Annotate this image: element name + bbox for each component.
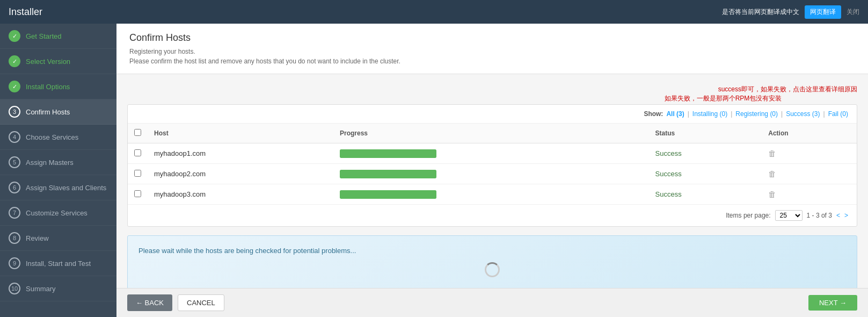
filter-label: Show:	[644, 110, 663, 118]
row3-checkbox-cell	[128, 184, 148, 205]
row3-progress	[333, 184, 649, 205]
filter-fail[interactable]: Fail (0)	[828, 110, 848, 118]
col-host: Host	[148, 124, 333, 143]
row2-progress	[333, 164, 649, 184]
sidebar-label-8: Customize Services	[26, 209, 87, 217]
progress-bar-fill-3	[340, 190, 436, 199]
sidebar-item-assign-slaves[interactable]: 6 Assign Slaves and Clients	[0, 175, 116, 200]
filter-installing[interactable]: Installing (0)	[692, 110, 727, 118]
cn-annotation-top: success即可，如果失败，点击这里查看详细原因	[718, 85, 857, 94]
row3-checkbox[interactable]	[134, 190, 141, 197]
sidebar-item-summary[interactable]: 10 Summary	[0, 276, 116, 301]
row1-progress	[333, 143, 649, 164]
filter-all[interactable]: All (3)	[666, 110, 684, 118]
translate-bar: 是否将当前网页翻译成中文 网页翻译 关闭	[722, 5, 859, 19]
sidebar-label-9: Review	[26, 234, 49, 242]
pagination-row: Items per page: 25 50 100 1 - 3 of 3 < >	[128, 205, 857, 226]
select-all-checkbox[interactable]	[134, 129, 141, 136]
checking-message: Please wait while the hosts are being ch…	[138, 247, 846, 255]
cancel-button[interactable]: CANCEL	[178, 294, 224, 311]
page-body: success即可，如果失败，点击这里查看详细原因 如果失败，一般是那两个RPM…	[116, 74, 868, 288]
row2-status: Success	[649, 164, 762, 184]
sidebar-item-choose-services[interactable]: 4 Choose Services	[0, 125, 116, 150]
row2-action: 🗑	[762, 164, 857, 184]
sidebar-item-install-start[interactable]: 9 Install, Start and Test	[0, 251, 116, 276]
row1-action: 🗑	[762, 143, 857, 164]
host-table-card: Show: All (3) | Installing (0) | Registe…	[127, 104, 857, 227]
page-range: 1 - 3 of 3	[807, 212, 832, 219]
delete-icon-1[interactable]: 🗑	[768, 149, 776, 158]
back-button[interactable]: ← BACK	[127, 294, 172, 311]
next-button[interactable]: NEXT →	[808, 295, 857, 311]
row1-checkbox-cell	[128, 143, 148, 164]
row2-checkbox[interactable]	[134, 170, 141, 177]
sidebar-label-11: Summary	[26, 285, 56, 293]
next-page-button[interactable]: >	[844, 212, 848, 219]
sidebar-label-5: Choose Services	[26, 133, 78, 141]
filter-success[interactable]: Success (3)	[786, 110, 820, 118]
translate-prompt: 是否将当前网页翻译成中文	[722, 8, 799, 17]
sidebar-label-2: Select Version	[26, 57, 70, 66]
row3-action: 🗑	[762, 184, 857, 205]
sidebar-label-1: Get Started	[26, 32, 61, 40]
bottom-left-buttons: ← BACK CANCEL	[127, 294, 224, 311]
sidebar-item-customize-services[interactable]: 7 Customize Services	[0, 200, 116, 226]
step-indicator-2: ✓	[9, 55, 20, 67]
delete-icon-2[interactable]: 🗑	[768, 169, 776, 178]
progress-bar-wrap-3	[340, 190, 436, 199]
table-header-row: Host Progress Status Action	[128, 124, 857, 143]
row1-host: myhadoop1.com	[148, 143, 333, 164]
close-button[interactable]: 关闭	[847, 8, 859, 17]
prev-page-button[interactable]: <	[836, 212, 840, 219]
step-indicator-7: 6	[9, 182, 20, 193]
delete-icon-3[interactable]: 🗑	[768, 190, 776, 199]
row3-status: Success	[649, 184, 762, 205]
row2-checkbox-cell	[128, 164, 148, 184]
main-layout: ✓ Get Started ✓ Select Version ✓ Install…	[0, 24, 868, 317]
sidebar-item-assign-masters[interactable]: 5 Assign Masters	[0, 150, 116, 175]
sidebar-label-6: Assign Masters	[26, 158, 74, 167]
sidebar-item-confirm-hosts[interactable]: 3 Confirm Hosts	[0, 99, 116, 125]
col-checkbox	[128, 124, 148, 143]
progress-bar-wrap-2	[340, 170, 436, 178]
cn-annotation-mid: 如果失败，一般是那两个RPM包没有安装	[665, 94, 857, 103]
row1-status: Success	[649, 143, 762, 164]
row3-host: myhadoop3.com	[148, 184, 333, 205]
page-title: Confirm Hosts	[129, 32, 855, 44]
filter-registering[interactable]: Registering (0)	[735, 110, 778, 118]
loading-spinner	[485, 262, 500, 277]
step-indicator-3: ✓	[9, 81, 20, 92]
app-title: Installer	[9, 6, 42, 18]
sidebar-label-7: Assign Slaves and Clients	[26, 184, 106, 192]
step-indicator-4: 3	[9, 106, 20, 118]
row2-host: myhadoop2.com	[148, 164, 333, 184]
step-indicator-5: 4	[9, 131, 20, 143]
step-indicator-1: ✓	[9, 30, 20, 42]
show-filter: Show: All (3) | Installing (0) | Registe…	[644, 110, 848, 118]
sidebar-item-review[interactable]: 8 Review	[0, 226, 116, 251]
top-header: Installer 是否将当前网页翻译成中文 网页翻译 关闭	[0, 0, 868, 24]
table-row: myhadoop1.com Success 🗑	[128, 143, 857, 164]
page-size-select[interactable]: 25 50 100	[775, 210, 803, 221]
hosts-table: Host Progress Status Action myhadoop1.co…	[128, 124, 857, 205]
sidebar-item-install-options[interactable]: ✓ Install Options	[0, 74, 116, 99]
col-status: Status	[649, 124, 762, 143]
sidebar-item-get-started[interactable]: ✓ Get Started	[0, 24, 116, 49]
table-toolbar: Show: All (3) | Installing (0) | Registe…	[128, 105, 857, 124]
page-subtitle-2: Please confirm the host list and remove …	[129, 56, 855, 66]
page-header: Confirm Hosts Registering your hosts. Pl…	[116, 24, 868, 74]
step-indicator-9: 8	[9, 232, 20, 244]
sidebar-item-select-version[interactable]: ✓ Select Version	[0, 49, 116, 74]
translate-button[interactable]: 网页翻译	[805, 5, 841, 19]
col-action: Action	[762, 124, 857, 143]
col-progress: Progress	[333, 124, 649, 143]
step-indicator-10: 9	[9, 257, 20, 269]
step-indicator-8: 7	[9, 207, 20, 219]
progress-bar-fill-2	[340, 170, 436, 178]
row1-checkbox[interactable]	[134, 149, 141, 156]
bottom-bar: ← BACK CANCEL NEXT →	[116, 288, 868, 317]
table-row: myhadoop2.com Success 🗑	[128, 164, 857, 184]
progress-bar-fill-1	[340, 149, 436, 158]
checking-panel: Please wait while the hosts are being ch…	[127, 235, 857, 288]
sidebar-label-3: Install Options	[26, 83, 70, 91]
